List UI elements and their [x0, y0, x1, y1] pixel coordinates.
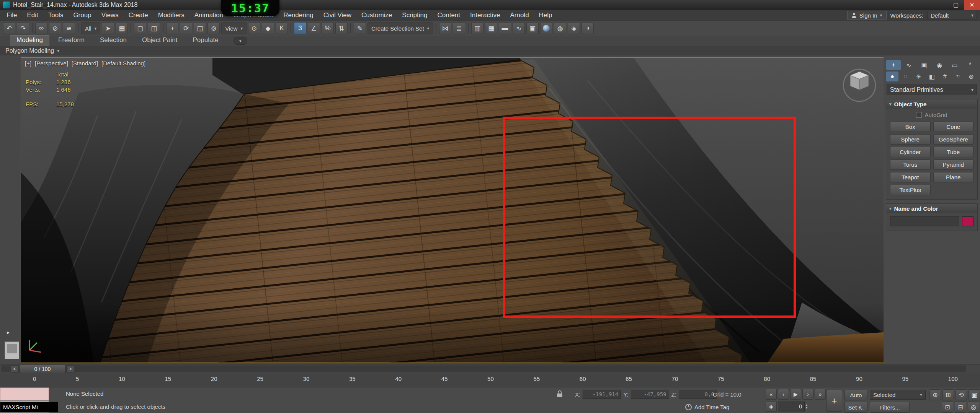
- toggle-scene-explorer-icon[interactable]: ▥ ▾: [471, 22, 483, 34]
- unlink-selection-icon[interactable]: ⊘ ▾: [49, 22, 61, 34]
- primitive-button[interactable]: Cylinder: [890, 147, 931, 157]
- select-by-name-icon[interactable]: ▤ ▾: [116, 22, 128, 34]
- ribbon-tab[interactable]: Modeling: [10, 35, 49, 46]
- zoom-icon[interactable]: ⊕: [929, 389, 941, 400]
- separator[interactable]: ▾: [78, 23, 78, 33]
- selection-filter-dropdown[interactable]: All ▾: [81, 22, 100, 34]
- helpers-category-icon[interactable]: #: [939, 72, 951, 81]
- curve-editor-icon[interactable]: ∿ ▾: [513, 22, 525, 34]
- ribbon-config-button[interactable]: ▾: [234, 37, 247, 45]
- menu-item[interactable]: Arnold: [505, 10, 534, 21]
- separator[interactable]: ▾: [163, 23, 163, 33]
- viewport-layout-tab[interactable]: [5, 341, 19, 359]
- undo-icon[interactable]: ↶ ▾: [3, 22, 15, 34]
- separator[interactable]: ▾: [350, 23, 351, 33]
- viewport-menu-renderer[interactable]: [Standard]: [72, 60, 98, 67]
- window-crossing-icon[interactable]: ◫ ▾: [148, 22, 160, 34]
- maxscript-mini-listener-macro[interactable]: [0, 387, 49, 400]
- select-object-icon[interactable]: ➤ ▾: [102, 22, 114, 34]
- ribbon-tab[interactable]: Freeform: [52, 35, 91, 46]
- frame-spinner[interactable]: ▴▾: [806, 403, 807, 410]
- display-tab-icon[interactable]: ▭: [947, 60, 962, 70]
- reference-coordinate-dropdown[interactable]: View ▾: [221, 22, 247, 34]
- set-keys-button[interactable]: +: [826, 390, 842, 412]
- select-and-move-icon[interactable]: + ▾: [166, 22, 178, 34]
- maximize-viewport-icon[interactable]: ▣: [969, 389, 980, 400]
- name-and-color-rollout-header[interactable]: ▾ Name and Color: [886, 204, 977, 213]
- go-to-start-button[interactable]: «: [766, 389, 777, 400]
- selection-lock-toggle[interactable]: [556, 390, 564, 399]
- time-slider-track[interactable]: [2, 366, 966, 372]
- object-type-rollout-header[interactable]: ▾ Object Type: [886, 99, 977, 109]
- perspective-viewport[interactable]: [+] [Perspective] [Standard] [Default Sh…: [21, 57, 884, 363]
- redo-icon[interactable]: ↷ ▾: [17, 22, 29, 34]
- menu-item[interactable]: Views: [96, 10, 124, 21]
- track-bar[interactable]: 0510152025303540455055606570758085909510…: [0, 373, 980, 388]
- next-frame-arrow[interactable]: >: [67, 365, 74, 373]
- modify-tab-icon[interactable]: ∿: [902, 60, 916, 70]
- viewport-menu-general[interactable]: [+]: [25, 60, 31, 67]
- pan-icon[interactable]: ⊞: [942, 389, 954, 400]
- primitive-button[interactable]: GeoSphere: [933, 134, 974, 145]
- primitive-button[interactable]: TextPlus: [890, 185, 931, 195]
- rectangular-selection-region-icon[interactable]: ▢ ▾: [134, 22, 146, 34]
- primitive-button[interactable]: Cone: [933, 122, 974, 132]
- create-tab-icon[interactable]: +: [886, 60, 901, 70]
- maximize-button[interactable]: ▢: [948, 0, 964, 10]
- object-color-swatch[interactable]: [962, 216, 973, 226]
- viewcube[interactable]: [841, 65, 878, 102]
- key-mode-toggle[interactable]: ◈: [766, 401, 777, 412]
- play-button[interactable]: ▶: [790, 389, 801, 400]
- orbit-subobject-icon[interactable]: ◎: [968, 402, 979, 413]
- workspace-dropdown[interactable]: Default ▾: [927, 11, 977, 20]
- select-and-rotate-icon[interactable]: ⟳ ▾: [180, 22, 192, 34]
- separator[interactable]: ▾: [468, 23, 469, 33]
- close-button[interactable]: ✕: [964, 0, 980, 10]
- viewport-menu-pov[interactable]: [Perspective]: [35, 60, 68, 67]
- time-slider-handle[interactable]: 0 / 100: [19, 365, 66, 373]
- select-and-scale-icon[interactable]: ◱ ▾: [194, 22, 206, 34]
- primitive-button[interactable]: Box: [890, 122, 931, 132]
- separator[interactable]: ▾: [436, 23, 436, 33]
- use-pivot-center-icon[interactable]: ⊙ ▾: [248, 22, 260, 34]
- separator[interactable]: ▾: [291, 23, 291, 33]
- toggle-layer-explorer-icon[interactable]: ▦ ▾: [485, 22, 497, 34]
- menu-item[interactable]: Edit: [22, 10, 43, 21]
- flyout-arrow-icon[interactable]: ▸: [7, 329, 10, 335]
- spinner-snap-icon[interactable]: ⇅ ▾: [335, 22, 348, 34]
- menu-item[interactable]: Scripting: [397, 10, 432, 21]
- object-name-input[interactable]: [890, 216, 959, 226]
- menu-item[interactable]: Civil View: [318, 10, 356, 21]
- align-icon[interactable]: ≣ ▾: [453, 22, 465, 34]
- rendered-frame-window-icon[interactable]: ◈ ▾: [568, 22, 580, 34]
- previous-frame-arrow[interactable]: <: [11, 365, 18, 373]
- primitive-button[interactable]: Sphere: [890, 134, 931, 145]
- pan-hand-icon[interactable]: ⊟: [955, 402, 966, 413]
- select-and-place-icon[interactable]: ⊚ ▾: [207, 22, 220, 34]
- menu-item[interactable]: Group: [68, 10, 96, 21]
- polygon-modeling-panel[interactable]: Polygon Modeling: [5, 47, 54, 54]
- render-setup-icon[interactable]: ◍ ▾: [554, 22, 566, 34]
- select-and-link-icon[interactable]: ∞ ▾: [35, 22, 47, 34]
- menu-item[interactable]: Rendering: [278, 10, 318, 21]
- primitive-button[interactable]: Pyramid: [933, 159, 974, 170]
- snaps-toggle-icon[interactable]: 3 ▾: [294, 22, 306, 34]
- go-to-end-button[interactable]: »: [815, 389, 826, 400]
- named-selection-sets-dropdown[interactable]: Create Selection Set ▾: [368, 22, 433, 34]
- auto-key-button[interactable]: Auto: [844, 390, 867, 400]
- angle-snap-icon[interactable]: ∠ ▾: [308, 22, 320, 34]
- material-editor-icon[interactable]: ▾: [540, 22, 552, 34]
- edit-named-selection-sets-icon[interactable]: ✎ ▾: [354, 22, 366, 34]
- separator[interactable]: ▾: [32, 23, 33, 33]
- separator[interactable]: ▾: [131, 23, 131, 33]
- primitive-button[interactable]: Plane: [933, 172, 974, 182]
- bind-to-space-warp-icon[interactable]: ≋ ▾: [63, 22, 75, 34]
- ribbon-tab[interactable]: Object Paint: [136, 35, 184, 46]
- menu-item[interactable]: File: [2, 10, 22, 21]
- lights-category-icon[interactable]: ☀: [913, 72, 925, 81]
- percent-snap-icon[interactable]: % ▾: [322, 22, 334, 34]
- primitive-button[interactable]: Tube: [933, 147, 974, 157]
- menu-item[interactable]: Tools: [43, 10, 69, 21]
- x-coordinate-field[interactable]: -191,914: [583, 390, 621, 399]
- utilities-tab-icon[interactable]: *: [963, 60, 977, 70]
